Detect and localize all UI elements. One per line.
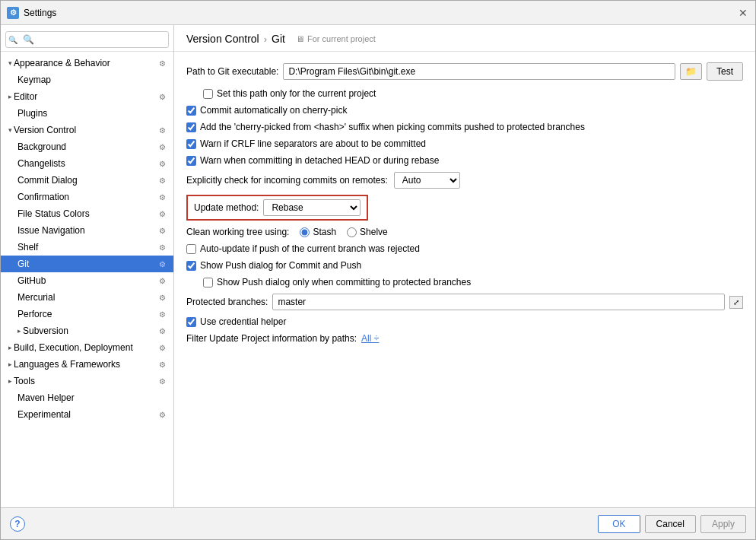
- cherry-pick-row: Commit automatically on cherry-pick: [186, 105, 743, 116]
- git-path-row: Path to Git executable: 📁 Test: [186, 62, 743, 81]
- sidebar-item-version-control[interactable]: ▾ Version Control ⚙: [1, 122, 173, 138]
- detached-head-text: Warn when committing in detached HEAD or…: [200, 155, 439, 166]
- breadcrumb-git: Git: [272, 33, 285, 45]
- credential-helper-label[interactable]: Use credential helper: [186, 316, 286, 327]
- incoming-check-select[interactable]: Auto Always Never: [394, 172, 460, 189]
- sidebar-item-plugins[interactable]: Plugins: [1, 105, 173, 122]
- test-button[interactable]: Test: [707, 62, 743, 81]
- settings-icon: ⚙: [157, 409, 167, 420]
- detached-head-label[interactable]: Warn when committing in detached HEAD or…: [186, 155, 439, 166]
- stash-radio-label[interactable]: Stash: [300, 227, 336, 237]
- credential-helper-row: Use credential helper: [186, 316, 743, 327]
- settings-icon: ⚙: [157, 58, 167, 68]
- sidebar-item-editor[interactable]: ▸ Editor ⚙: [1, 88, 173, 105]
- sidebar-item-subversion[interactable]: ▸ Subversion ⚙: [1, 322, 173, 339]
- sidebar-item-experimental[interactable]: Experimental ⚙: [1, 406, 173, 423]
- sidebar-item-git[interactable]: Git ⚙: [1, 256, 173, 272]
- project-scope: 🖥 For current project: [296, 34, 376, 43]
- filter-value[interactable]: All ÷: [361, 333, 379, 344]
- sidebar-item-keymap[interactable]: Keymap: [1, 71, 173, 88]
- sidebar-item-background[interactable]: Background ⚙: [1, 138, 173, 155]
- sidebar-item-languages[interactable]: ▸ Languages & Frameworks ⚙: [1, 356, 173, 373]
- hash-suffix-text: Add the 'cherry-picked from <hash>' suff…: [200, 122, 585, 132]
- sidebar-item-mercurial[interactable]: Mercurial ⚙: [1, 289, 173, 306]
- search-input[interactable]: [5, 31, 169, 48]
- auto-update-row: Auto-update if push of the current branc…: [186, 243, 743, 254]
- incoming-check-row: Explicitly check for incoming commits on…: [186, 172, 743, 189]
- browse-button[interactable]: 📁: [680, 63, 702, 80]
- sidebar-item-perforce[interactable]: Perforce ⚙: [1, 306, 173, 322]
- protected-branches-row: Protected branches: ⤢: [186, 294, 743, 310]
- credential-helper-checkbox[interactable]: [186, 317, 196, 327]
- auto-update-checkbox[interactable]: [186, 244, 196, 254]
- show-push-protected-row: Show Push dialog only when committing to…: [203, 277, 743, 287]
- protected-branches-label: Protected branches:: [186, 297, 268, 307]
- set-path-checkbox[interactable]: [203, 89, 213, 99]
- credential-helper-text: Use credential helper: [200, 316, 286, 327]
- show-push-checkbox[interactable]: [186, 261, 196, 271]
- detached-head-checkbox[interactable]: [186, 156, 196, 166]
- git-path-input[interactable]: [283, 63, 675, 80]
- settings-icon: ⚙: [157, 158, 167, 169]
- hash-suffix-checkbox[interactable]: [186, 122, 196, 132]
- crlf-label[interactable]: Warn if CRLF line separators are about t…: [186, 138, 426, 149]
- update-method-box: Update method: Rebase Merge Branch Defau…: [186, 195, 368, 221]
- settings-icon: ⚙: [157, 125, 167, 135]
- protected-branches-input[interactable]: [272, 294, 725, 310]
- expand-protected-button[interactable]: ⤢: [729, 296, 743, 309]
- show-push-protected-label[interactable]: Show Push dialog only when committing to…: [203, 277, 471, 287]
- panel-body: Path to Git executable: 📁 Test Set this …: [174, 52, 755, 507]
- update-method-select[interactable]: Rebase Merge Branch Default: [263, 199, 361, 216]
- sidebar-item-maven-helper[interactable]: Maven Helper: [1, 389, 173, 406]
- show-push-row: Show Push dialog for Commit and Push: [186, 260, 743, 271]
- arrow-icon: ▾: [8, 126, 12, 134]
- show-push-label[interactable]: Show Push dialog for Commit and Push: [186, 260, 361, 271]
- cherry-pick-label[interactable]: Commit automatically on cherry-pick: [186, 105, 347, 116]
- ok-button[interactable]: OK: [598, 515, 640, 533]
- filter-label: Filter Update Project information by pat…: [186, 333, 357, 344]
- cherry-pick-checkbox[interactable]: [186, 106, 196, 116]
- sidebar-item-changelists[interactable]: Changelists ⚙: [1, 155, 173, 172]
- settings-icon: ⚙: [157, 259, 167, 269]
- crlf-checkbox[interactable]: [186, 139, 196, 149]
- sidebar-item-file-status-colors[interactable]: File Status Colors ⚙: [1, 205, 173, 222]
- apply-button[interactable]: Apply: [700, 515, 746, 533]
- show-push-protected-checkbox[interactable]: [203, 278, 213, 287]
- hash-suffix-label[interactable]: Add the 'cherry-picked from <hash>' suff…: [186, 122, 585, 132]
- arrow-icon: ▸: [8, 93, 12, 100]
- project-label: For current project: [307, 34, 376, 43]
- arrow-icon: ▸: [8, 377, 12, 385]
- help-button[interactable]: ?: [10, 516, 25, 532]
- path-label: Path to Git executable:: [186, 66, 278, 77]
- arrow-icon: ▸: [8, 361, 12, 368]
- auto-update-label[interactable]: Auto-update if push of the current branc…: [186, 243, 420, 254]
- sidebar-item-shelf[interactable]: Shelf ⚙: [1, 239, 173, 256]
- sidebar-item-build-execution[interactable]: ▸ Build, Execution, Deployment ⚙: [1, 339, 173, 356]
- stash-radio[interactable]: [300, 227, 310, 237]
- shelve-radio-label[interactable]: Shelve: [347, 227, 388, 237]
- set-path-label[interactable]: Set this path only for the current proje…: [203, 88, 376, 99]
- settings-window: ⚙ Settings ✕ ▾ Appearance & Behavior ⚙ K…: [0, 0, 756, 540]
- window-title: Settings: [24, 8, 56, 18]
- close-button[interactable]: ✕: [737, 7, 749, 19]
- sidebar-item-issue-navigation[interactable]: Issue Navigation ⚙: [1, 222, 173, 239]
- sidebar-item-tools[interactable]: ▸ Tools ⚙: [1, 373, 173, 389]
- clean-working-tree-row: Clean working tree using: Stash Shelve: [186, 227, 743, 237]
- search-wrapper: [5, 31, 169, 48]
- crlf-row: Warn if CRLF line separators are about t…: [186, 138, 743, 149]
- settings-icon: ⚙: [157, 175, 167, 186]
- settings-icon: ⚙: [157, 359, 167, 370]
- show-push-text: Show Push dialog for Commit and Push: [200, 260, 361, 271]
- sidebar-item-github[interactable]: GitHub ⚙: [1, 272, 173, 289]
- cancel-button[interactable]: Cancel: [645, 515, 696, 533]
- settings-icon: ⚙: [157, 275, 167, 286]
- sidebar-item-appearance[interactable]: ▾ Appearance & Behavior ⚙: [1, 55, 173, 71]
- sidebar-item-confirmation[interactable]: Confirmation ⚙: [1, 189, 173, 205]
- detached-head-row: Warn when committing in detached HEAD or…: [186, 155, 743, 166]
- sidebar-item-commit-dialog[interactable]: Commit Dialog ⚙: [1, 172, 173, 189]
- panel-header: Version Control › Git 🖥 For current proj…: [174, 25, 755, 52]
- stash-label: Stash: [313, 227, 336, 237]
- settings-icon: ⚙: [157, 141, 167, 152]
- shelve-radio[interactable]: [347, 227, 357, 237]
- set-path-text: Set this path only for the current proje…: [217, 88, 376, 99]
